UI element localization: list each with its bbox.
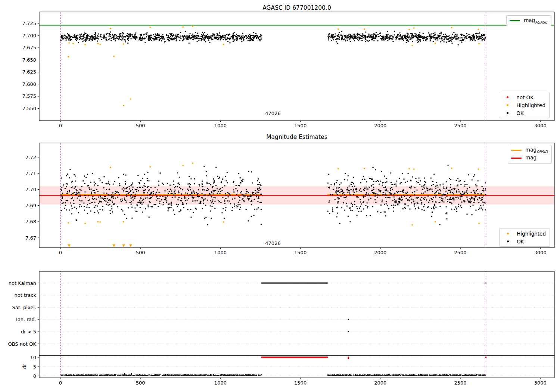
svg-text:0: 0 — [33, 373, 36, 379]
svg-text:7.650: 7.650 — [22, 57, 36, 63]
svg-text:1500: 1500 — [294, 380, 307, 386]
svg-text:500: 500 — [136, 250, 145, 255]
legend-label-not-ok: not OK — [516, 94, 533, 100]
legend-item-ok: OK — [502, 109, 545, 117]
plots-canvas: 0500100015002000250030007.5507.5757.6007… — [0, 0, 560, 392]
legend-label-mag-agasc: magAGASC — [524, 17, 547, 24]
legend-label-mag-obsid: magOBSID — [525, 147, 548, 154]
svg-text:1000: 1000 — [214, 250, 227, 255]
ok-dot-icon — [502, 111, 513, 116]
highlighted-dot-icon — [502, 103, 513, 108]
legend-item-highlighted: Highlighted — [502, 101, 545, 109]
svg-text:7.550: 7.550 — [22, 106, 36, 111]
svg-text:2500: 2500 — [454, 250, 467, 255]
svg-text:3000: 3000 — [534, 250, 547, 255]
svg-text:7.68: 7.68 — [25, 219, 36, 224]
svg-text:2500: 2500 — [454, 380, 467, 386]
svg-text:7.67: 7.67 — [25, 235, 36, 241]
highlighted-dot-icon — [503, 231, 513, 236]
legend-item-not-ok: not OK — [502, 93, 545, 101]
svg-text:1500: 1500 — [294, 250, 307, 255]
svg-text:0: 0 — [59, 123, 62, 128]
mag-line-swatch — [511, 156, 522, 161]
svg-text:OBS not OK: OBS not OK — [8, 341, 37, 347]
svg-text:7.675: 7.675 — [22, 45, 36, 50]
svg-text:0: 0 — [59, 250, 62, 255]
ok-dot-icon — [503, 239, 513, 244]
svg-text:1500: 1500 — [294, 123, 307, 128]
svg-text:3000: 3000 — [534, 123, 547, 128]
svg-text:Sat. pixel.: Sat. pixel. — [12, 305, 36, 310]
legend-mag-lines: magOBSID mag — [508, 145, 552, 164]
svg-text:7.71: 7.71 — [25, 171, 36, 176]
svg-text:10: 10 — [30, 355, 36, 360]
legend-label-highlighted: Highlighted — [516, 102, 545, 108]
svg-text:3000: 3000 — [534, 380, 547, 386]
svg-text:5: 5 — [33, 364, 36, 370]
svg-text:7.600: 7.600 — [22, 81, 36, 87]
obsid-annotation-top: 47026 — [261, 111, 284, 116]
svg-text:Ion. rad.: Ion. rad. — [16, 317, 36, 322]
svg-text:dr > 5: dr > 5 — [21, 329, 36, 335]
not-ok-dot-icon — [502, 95, 513, 100]
svg-text:2000: 2000 — [374, 123, 386, 128]
legend-quality-top: not OK Highlighted OK — [499, 92, 550, 118]
legend-label-ok-2: OK — [517, 239, 524, 245]
legend-item-highlighted-2: Highlighted — [503, 230, 546, 237]
svg-text:500: 500 — [136, 380, 145, 386]
legend-item-mag-agasc: magAGASC — [510, 17, 547, 25]
legend-quality-middle: Highlighted OK — [499, 228, 550, 247]
svg-text:2500: 2500 — [454, 123, 467, 128]
svg-text:2000: 2000 — [374, 380, 386, 386]
obsid-annotation-middle: 47026 — [261, 240, 284, 246]
legend-item-mag: mag — [511, 154, 548, 162]
legend-label-mag: mag — [525, 155, 536, 162]
svg-text:500: 500 — [136, 123, 145, 128]
svg-text:7.700: 7.700 — [22, 33, 36, 38]
svg-text:1000: 1000 — [214, 123, 227, 128]
svg-text:0: 0 — [59, 380, 62, 386]
legend-label-highlighted-2: Highlighted — [517, 231, 546, 237]
mag-obsid-line-swatch — [511, 148, 522, 153]
svg-text:1000: 1000 — [214, 380, 227, 386]
legend-item-mag-obsid: magOBSID — [511, 146, 548, 154]
svg-text:7.70: 7.70 — [25, 187, 36, 192]
svg-text:7.69: 7.69 — [25, 203, 36, 208]
mag-agasc-line-swatch — [510, 18, 520, 24]
plot1-title: AGASC ID 677001200.0 — [39, 4, 554, 11]
plot2-title: Magnitude Estimates — [39, 134, 554, 140]
svg-text:not track: not track — [14, 292, 36, 298]
figure: 0500100015002000250030007.5507.5757.6007… — [0, 0, 560, 392]
dr-axis-label: dr — [22, 362, 27, 371]
svg-text:7.575: 7.575 — [22, 93, 36, 99]
svg-text:not Kalman: not Kalman — [9, 280, 36, 286]
svg-text:7.725: 7.725 — [22, 21, 36, 26]
svg-text:7.625: 7.625 — [22, 69, 36, 75]
svg-text:7.72: 7.72 — [25, 155, 36, 160]
legend-item-ok-2: OK — [503, 237, 546, 245]
svg-text:2000: 2000 — [374, 250, 386, 255]
legend-mag-agasc: magAGASC — [506, 15, 551, 26]
legend-label-ok: OK — [516, 110, 523, 116]
